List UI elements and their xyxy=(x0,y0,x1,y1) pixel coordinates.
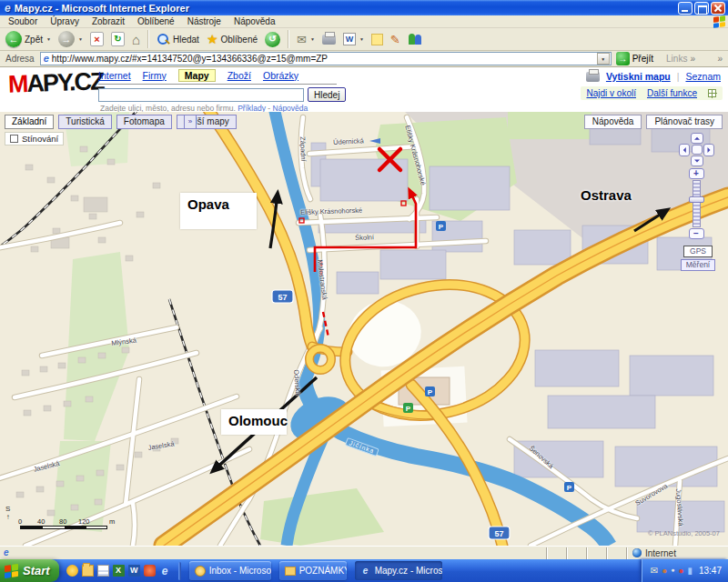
go-button[interactable]: → Přejít xyxy=(616,52,653,65)
toolbar-overflow-chevron-icon[interactable]: » xyxy=(717,54,723,64)
volume-tray-icon[interactable]: ● xyxy=(671,567,674,576)
map-label-ostrava: Ostrava xyxy=(581,188,632,202)
zoom-out-button[interactable]: − xyxy=(689,228,704,239)
mapy-logo[interactable]: MAPY.CZ xyxy=(8,69,104,97)
start-button[interactable]: Start xyxy=(0,559,59,582)
media-player-icon[interactable] xyxy=(144,565,156,577)
gps-button[interactable]: GPS xyxy=(683,246,713,257)
nav-link[interactable]: Firmy xyxy=(143,70,167,81)
maximize-button[interactable] xyxy=(694,2,709,15)
title-bar[interactable]: e Mapy.cz - Microsoft Internet Explorer xyxy=(0,0,728,15)
favorites-button[interactable]: ★ Oblíbené xyxy=(204,32,260,46)
zone-label: Internet xyxy=(645,548,676,558)
print-map-link[interactable]: Vytiskni mapu xyxy=(606,71,671,82)
notes-button[interactable] xyxy=(369,33,386,46)
home-button[interactable]: ⌂ xyxy=(129,32,143,47)
task-button-outlook[interactable]: Inbox - Microsoft Out... xyxy=(189,561,271,580)
task-button-mapy[interactable]: e Mapy.cz - Microsoft I... xyxy=(355,561,442,580)
svg-text:57: 57 xyxy=(494,529,503,538)
tab-turisticka[interactable]: Turistická xyxy=(58,115,111,129)
minimize-button[interactable] xyxy=(678,2,693,15)
discuss-button[interactable]: ✎ xyxy=(388,33,403,46)
edit-with-word-button[interactable]: W ▼ xyxy=(340,32,367,46)
forward-button[interactable]: → ▼ xyxy=(56,30,86,48)
messenger-button[interactable] xyxy=(405,32,425,46)
north-indicator: S ↑ xyxy=(5,506,10,522)
messenger-icon[interactable] xyxy=(66,565,78,577)
map-viewport[interactable]: 57 57 P P P P xyxy=(0,112,728,546)
close-button[interactable] xyxy=(711,2,725,15)
map-label-olomouc: Olomouc xyxy=(221,409,287,435)
nav-link[interactable]: Mapy xyxy=(178,69,216,82)
map-help-button[interactable]: Nápověda xyxy=(584,115,642,129)
pan-left-button[interactable] xyxy=(679,144,690,156)
pan-right-button[interactable] xyxy=(703,144,714,156)
address-input[interactable] xyxy=(52,54,594,64)
word-icon[interactable]: W xyxy=(128,565,140,577)
toolbar-separator xyxy=(288,30,289,48)
menu-item[interactable]: Oblíbené xyxy=(131,16,181,26)
pan-down-button[interactable] xyxy=(691,156,703,166)
seznam-link[interactable]: Seznam xyxy=(685,71,721,82)
document-icon[interactable] xyxy=(97,565,109,577)
print-map-icon xyxy=(586,72,600,82)
nav-link[interactable]: Zboží xyxy=(228,70,251,81)
antivirus-tray-icon[interactable]: ● xyxy=(662,567,667,576)
shading-label: Stínování xyxy=(22,134,58,144)
refresh-button[interactable]: ↻ xyxy=(108,31,127,47)
back-button[interactable]: ← Zpět ▼ xyxy=(3,30,54,48)
zoom-slider-track[interactable] xyxy=(693,180,701,227)
address-box: e ▼ xyxy=(40,52,612,65)
folder-icon[interactable] xyxy=(82,565,94,577)
status-pane xyxy=(546,547,566,559)
excel-icon[interactable]: X xyxy=(113,565,125,577)
ie-quicklaunch-icon[interactable]: e xyxy=(159,565,171,577)
pan-up-button[interactable] xyxy=(691,133,703,144)
mail-tray-icon[interactable]: ✉ xyxy=(651,567,658,576)
toolbar-separator xyxy=(147,30,149,48)
network-tray-icon[interactable]: ▮ xyxy=(687,567,693,576)
links-toolbar[interactable]: Links » xyxy=(666,54,695,64)
toolbar: ← Zpět ▼ → ▼ × ↻ ⌂ Hledat ★ Oblíbené ↺ ✉… xyxy=(0,28,728,51)
nav-link[interactable]: Obrázky xyxy=(263,70,298,81)
menu-item[interactable]: Zobrazit xyxy=(86,16,131,26)
task-button-poznamky[interactable]: POZNÁMKY xyxy=(279,561,347,580)
print-button[interactable] xyxy=(319,34,339,45)
history-button[interactable]: ↺ xyxy=(262,31,283,48)
route-planner-button[interactable]: Plánovač trasy xyxy=(646,115,723,129)
menu-item[interactable]: Soubor xyxy=(2,16,44,26)
zoom-in-button[interactable]: + xyxy=(689,168,704,179)
map-canvas[interactable]: 57 57 P P P P xyxy=(0,112,728,546)
status-pane xyxy=(586,547,606,559)
find-nearby-link[interactable]: Najdi v okolí xyxy=(587,88,636,98)
menu-item[interactable]: Nástroje xyxy=(181,16,228,26)
measure-button[interactable]: Měření xyxy=(681,259,715,271)
search-submit-button[interactable]: Hledej xyxy=(308,87,346,102)
search-button[interactable]: Hledat xyxy=(154,32,202,47)
zoom-slider-handle[interactable] xyxy=(689,196,704,203)
menu-bar: SouborÚpravyZobrazitOblíbenéNástrojeNápo… xyxy=(0,15,728,28)
mail-dropdown-icon[interactable]: ▼ xyxy=(310,36,315,42)
tab-fotomapa[interactable]: Fotomapa xyxy=(116,115,172,129)
map-search-input[interactable] xyxy=(98,88,304,102)
stop-button[interactable]: × xyxy=(87,31,106,47)
back-dropdown-icon[interactable]: ▼ xyxy=(46,36,51,42)
address-dropdown-icon[interactable]: ▼ xyxy=(597,53,610,65)
forward-dropdown-icon[interactable]: ▼ xyxy=(78,36,83,42)
links-chevron-icon[interactable]: » xyxy=(690,54,695,64)
more-functions-link[interactable]: Další funkce xyxy=(647,88,697,98)
mail-button[interactable]: ✉ ▼ xyxy=(294,33,318,46)
go-arrow-icon: → xyxy=(616,52,630,65)
quick-launch: XWe xyxy=(66,565,171,577)
tab-zakladni[interactable]: Základní xyxy=(5,115,54,129)
back-icon: ← xyxy=(5,31,22,47)
menu-item[interactable]: Nápověda xyxy=(228,16,282,26)
links-label: Links xyxy=(666,54,687,64)
shading-checkbox[interactable] xyxy=(10,135,18,143)
menu-item[interactable]: Úpravy xyxy=(44,16,86,26)
word-dropdown-icon[interactable]: ▼ xyxy=(359,36,364,42)
nav-link[interactable]: Internet xyxy=(98,70,131,81)
pan-center-button[interactable] xyxy=(692,145,703,155)
alert-tray-icon[interactable]: ● xyxy=(678,567,683,576)
more-maps-chevron-icon[interactable]: » xyxy=(184,115,197,129)
